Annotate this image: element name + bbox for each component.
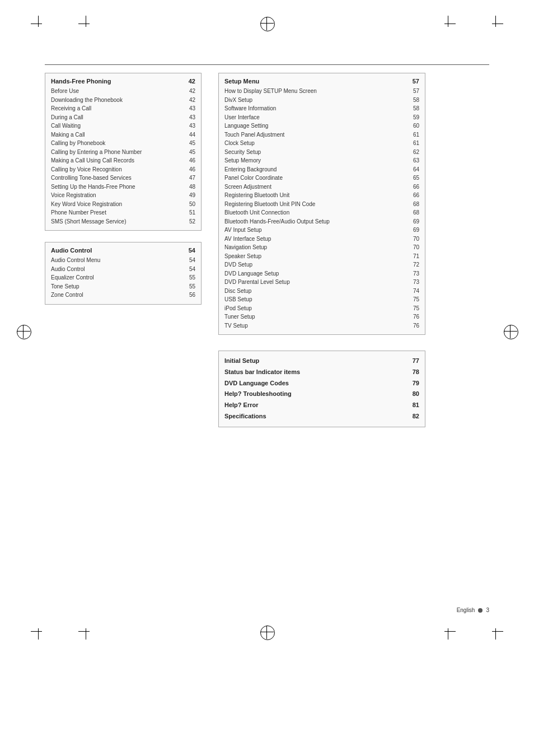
- list-item: DVD Parental Level Setup73: [224, 278, 419, 287]
- footer: English 3: [457, 607, 489, 613]
- item-label: Audio Control: [51, 265, 184, 274]
- item-page: 61: [408, 139, 419, 148]
- footer-dot: [478, 608, 483, 613]
- item-page: 43: [184, 104, 195, 113]
- item-page: 43: [184, 113, 195, 122]
- item-label: Before Use: [51, 87, 184, 96]
- item-page: 75: [408, 295, 419, 304]
- item-label: Bluetooth Hands-Free/Audio Output Setup: [224, 217, 408, 226]
- item-page: 54: [184, 256, 195, 265]
- list-item: Calling by Voice Recognition46: [51, 165, 195, 174]
- ac-title: Audio Control: [51, 247, 92, 254]
- item-page: 69: [408, 226, 419, 235]
- list-item: DVD Language Codes79: [224, 378, 419, 389]
- item-page: 77: [408, 356, 419, 367]
- item-label: SMS (Short Message Service): [51, 217, 184, 226]
- item-page: 65: [408, 174, 419, 183]
- item-label: Registering Bluetooth Unit: [224, 191, 408, 200]
- item-label: Making a Call Using Call Records: [51, 156, 184, 165]
- item-page: 75: [408, 304, 419, 313]
- list-item: Help? Troubleshooting80: [224, 389, 419, 400]
- item-label: Call Waiting: [51, 122, 184, 130]
- item-label: Phone Number Preset: [51, 208, 184, 217]
- item-label: Bluetooth Unit Connection: [224, 208, 408, 217]
- list-item: Tone Setup55: [51, 282, 195, 291]
- item-label: Receiving a Call: [51, 104, 184, 113]
- item-page: 59: [408, 113, 419, 122]
- item-page: 62: [408, 148, 419, 157]
- item-label: Disc Setup: [224, 287, 408, 296]
- item-label: Equalizer Control: [51, 273, 184, 282]
- item-page: 43: [184, 122, 195, 130]
- list-item: iPod Setup75: [224, 304, 419, 313]
- hfp-page: 42: [189, 78, 195, 85]
- list-item: Panel Color Coordinate65: [224, 174, 419, 183]
- item-label: Registering Bluetooth Unit PIN Code: [224, 200, 408, 209]
- list-item: Before Use42: [51, 87, 195, 96]
- item-page: 48: [184, 183, 195, 192]
- item-label: Tuner Setup: [224, 312, 408, 321]
- ac-rows: Audio Control Menu54Audio Control54Equal…: [51, 256, 195, 300]
- item-label: Setting Up the Hands-Free Phone: [51, 183, 184, 192]
- list-item: Status bar Indicator items78: [224, 367, 419, 378]
- item-page: 58: [408, 96, 419, 105]
- list-item: Tuner Setup76: [224, 312, 419, 321]
- item-label: User Interface: [224, 113, 408, 122]
- list-item: User Interface59: [224, 113, 419, 122]
- item-page: 81: [408, 400, 419, 411]
- item-page: 44: [184, 130, 195, 139]
- hfp-header: Hands-Free Phoning 42: [51, 78, 195, 85]
- list-item: Controlling Tone-based Services47: [51, 174, 195, 183]
- list-item: DivX Setup58: [224, 96, 419, 105]
- item-label: Touch Panel Adjustment: [224, 130, 408, 139]
- item-page: 51: [184, 208, 195, 217]
- item-page: 61: [408, 130, 419, 139]
- list-item: Audio Control54: [51, 265, 195, 274]
- item-page: 49: [184, 191, 195, 200]
- list-item: During a Call43: [51, 113, 195, 122]
- item-label: Making a Call: [51, 130, 184, 139]
- item-page: 63: [408, 156, 419, 165]
- item-label: DVD Parental Level Setup: [224, 278, 408, 287]
- item-label: Specifications: [224, 411, 408, 422]
- list-item: Help? Error81: [224, 400, 419, 411]
- item-label: Setup Memory: [224, 156, 408, 165]
- item-page: 66: [408, 191, 419, 200]
- item-page: 47: [184, 174, 195, 183]
- list-item: Calling by Phonebook45: [51, 139, 195, 148]
- item-page: 70: [408, 243, 419, 252]
- list-item: Software Information58: [224, 104, 419, 113]
- list-item: DVD Setup72: [224, 260, 419, 269]
- item-label: Clock Setup: [224, 139, 408, 148]
- item-page: 46: [184, 156, 195, 165]
- list-item: Bluetooth Unit Connection68: [224, 208, 419, 217]
- item-page: 50: [184, 200, 195, 209]
- sm-title: Setup Menu: [224, 78, 259, 85]
- item-page: 42: [184, 87, 195, 96]
- item-label: TV Setup: [224, 321, 408, 330]
- item-label: Voice Registration: [51, 191, 184, 200]
- item-label: Software Information: [224, 104, 408, 113]
- item-page: 52: [184, 217, 195, 226]
- item-label: Audio Control Menu: [51, 256, 184, 265]
- item-page: 74: [408, 287, 419, 296]
- list-item: Language Setting60: [224, 122, 419, 130]
- list-item: Registering Bluetooth Unit66: [224, 191, 419, 200]
- audio-control-box: Audio Control 54 Audio Control Menu54Aud…: [45, 242, 202, 305]
- hfp-rows: Before Use42Downloading the Phonebook42R…: [51, 87, 195, 226]
- list-item: Equalizer Control55: [51, 273, 195, 282]
- footer-language: English: [457, 607, 475, 613]
- footer-page-number: 3: [486, 607, 489, 613]
- item-page: 57: [408, 87, 419, 96]
- list-item: Screen Adjustment66: [224, 183, 419, 192]
- final-section-box: Initial Setup77Status bar Indicator item…: [218, 351, 425, 427]
- hfp-title: Hands-Free Phoning: [51, 78, 111, 85]
- item-page: 66: [408, 183, 419, 192]
- item-page: 55: [184, 273, 195, 282]
- item-page: 69: [408, 217, 419, 226]
- top-rule: [45, 64, 489, 65]
- item-page: 46: [184, 165, 195, 174]
- item-page: 80: [408, 389, 419, 400]
- item-label: iPod Setup: [224, 304, 408, 313]
- sm-rows: How to Display SETUP Menu Screen57DivX S…: [224, 87, 419, 330]
